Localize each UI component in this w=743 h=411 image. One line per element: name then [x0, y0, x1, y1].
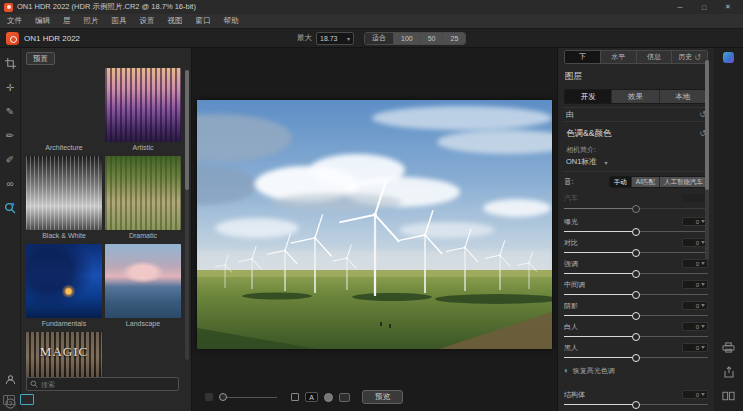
- menu-layer[interactable]: 层: [63, 16, 71, 26]
- zoom-50-button[interactable]: 50: [421, 33, 444, 44]
- preset-dramatic-thumbnail[interactable]: [105, 156, 181, 230]
- right-panel-scrollbar[interactable]: [705, 60, 709, 260]
- zoom-tool-icon[interactable]: [3, 200, 18, 215]
- slider-value-box[interactable]: 0: [682, 343, 708, 352]
- slider-value-box[interactable]: 0: [682, 259, 708, 268]
- preset-black-white-thumbnail[interactable]: [26, 156, 102, 230]
- tab-navigator[interactable]: 下: [565, 51, 601, 63]
- minimize-button[interactable]: ─: [669, 1, 691, 13]
- annotation-a-button[interactable]: A: [305, 392, 318, 402]
- menu-edit[interactable]: 编辑: [35, 16, 50, 26]
- zoom-25-button[interactable]: 25: [443, 33, 465, 44]
- slider-value-box[interactable]: 0: [682, 301, 708, 310]
- tab-levels[interactable]: 水平: [601, 51, 637, 63]
- preset-magic[interactable]: MAGIC: [26, 332, 102, 378]
- preview-panel-toggle-icon[interactable]: [20, 394, 34, 405]
- tab-effects[interactable]: 效果: [612, 90, 659, 103]
- tone-ai-match-button[interactable]: AI匹配: [632, 177, 660, 187]
- menu-window[interactable]: 窗口: [196, 16, 211, 26]
- fit-button[interactable]: 适合: [365, 33, 394, 44]
- slider-knob[interactable]: [632, 270, 640, 278]
- browse-panel-toggle-icon[interactable]: [3, 395, 15, 405]
- checkbox-icon[interactable]: [291, 393, 299, 401]
- slider-knob[interactable]: [632, 291, 640, 299]
- highlights-slider[interactable]: [564, 269, 708, 278]
- recover-highlights-toggle[interactable]: ◐ 恢复高光色调: [564, 366, 708, 376]
- tone-color-header[interactable]: 色调&&颜色 ↺: [564, 126, 708, 141]
- masking-brush-tool-icon[interactable]: ✏: [3, 128, 18, 143]
- menu-file[interactable]: 文件: [7, 16, 22, 26]
- size-slider-knob[interactable]: [219, 393, 227, 401]
- soft-proof-icon[interactable]: [324, 393, 333, 402]
- preset-scrollbar[interactable]: [185, 70, 189, 360]
- slider-knob[interactable]: [632, 354, 640, 362]
- close-button[interactable]: ✕: [717, 1, 739, 13]
- export-icon[interactable]: [723, 366, 735, 378]
- crop-tool-icon[interactable]: [3, 56, 18, 71]
- preset-architecture-thumbnail[interactable]: [26, 68, 102, 142]
- auto-slider[interactable]: [564, 204, 708, 213]
- auto-slider-knob[interactable]: [632, 205, 640, 213]
- sync-icon[interactable]: [723, 52, 734, 63]
- stepper-icon[interactable]: [701, 283, 705, 286]
- refine-brush-tool-icon[interactable]: ✐: [3, 152, 18, 167]
- exposure-slider[interactable]: [564, 227, 708, 236]
- camera-profile-dropdown[interactable]: ON1标准 ▾: [566, 157, 708, 167]
- preset-fundamentals-thumbnail[interactable]: [26, 244, 102, 318]
- structure-slider[interactable]: [564, 400, 708, 409]
- slider-knob[interactable]: [632, 249, 640, 257]
- preset-architecture[interactable]: Architecture: [26, 68, 102, 154]
- zoom-100-button[interactable]: 100: [394, 33, 421, 44]
- menu-help[interactable]: 帮助: [224, 16, 239, 26]
- menu-settings[interactable]: 设置: [140, 16, 155, 26]
- slider-knob[interactable]: [632, 312, 640, 320]
- stepper-icon[interactable]: [701, 262, 705, 265]
- slider-knob[interactable]: [632, 401, 640, 409]
- slider-value-box[interactable]: 0: [682, 390, 708, 399]
- menu-view[interactable]: 视图: [168, 16, 183, 26]
- whites-slider[interactable]: [564, 332, 708, 341]
- compare-icon[interactable]: [722, 391, 735, 401]
- tone-ai-auto-button[interactable]: 人工智能汽车: [660, 177, 707, 187]
- stepper-icon[interactable]: [701, 304, 705, 307]
- tab-presets[interactable]: 预置: [26, 52, 55, 65]
- menu-mask[interactable]: 面具: [112, 16, 127, 26]
- size-slider[interactable]: [219, 393, 277, 401]
- preset-black-white[interactable]: Black & White: [26, 156, 102, 242]
- blacks-slider[interactable]: [564, 353, 708, 362]
- tab-info[interactable]: 信息: [637, 51, 673, 63]
- preset-artistic-thumbnail[interactable]: [105, 68, 181, 142]
- tone-manual-button[interactable]: 手动: [610, 177, 632, 187]
- tab-local[interactable]: 本地: [660, 90, 707, 103]
- contrast-slider[interactable]: [564, 248, 708, 257]
- maximize-button[interactable]: □: [693, 1, 715, 13]
- portrait-tool-icon[interactable]: [3, 372, 18, 387]
- print-icon[interactable]: [722, 342, 735, 353]
- compare-view-icon[interactable]: [339, 393, 350, 402]
- preset-dramatic[interactable]: Dramatic: [105, 156, 181, 242]
- shadows-slider[interactable]: [564, 311, 708, 320]
- preset-magic-thumbnail[interactable]: MAGIC: [26, 332, 102, 378]
- stepper-icon[interactable]: [701, 325, 705, 328]
- slider-knob[interactable]: [632, 228, 640, 236]
- tab-develop[interactable]: 开发: [565, 90, 612, 103]
- stepper-icon[interactable]: [701, 393, 705, 396]
- slider-knob[interactable]: [632, 333, 640, 341]
- photo-wind-turbines[interactable]: [197, 100, 552, 349]
- preset-landscape-thumbnail[interactable]: [105, 244, 181, 318]
- brush-tool-icon[interactable]: ✎: [3, 104, 18, 119]
- tab-history[interactable]: 历史 ↺: [672, 51, 707, 63]
- stepper-icon[interactable]: [701, 346, 705, 349]
- preset-landscape[interactable]: Landscape: [105, 244, 181, 330]
- chisel-mask-tool-icon[interactable]: ∞: [3, 176, 18, 191]
- search-input[interactable]: [41, 381, 175, 388]
- preset-fundamentals[interactable]: Fundamentals: [26, 244, 102, 330]
- slider-value-box[interactable]: 0: [682, 322, 708, 331]
- collapsed-section-header[interactable]: 由 ↺: [564, 107, 708, 122]
- move-tool-icon[interactable]: ✛: [3, 80, 18, 95]
- slider-value-box[interactable]: 0: [682, 280, 708, 289]
- menu-photo[interactable]: 照片: [84, 16, 99, 26]
- preview-button[interactable]: 预览: [362, 390, 403, 404]
- preset-artistic[interactable]: Artistic: [105, 68, 181, 154]
- zoom-value-dropdown[interactable]: 18.73 ▾: [316, 32, 354, 45]
